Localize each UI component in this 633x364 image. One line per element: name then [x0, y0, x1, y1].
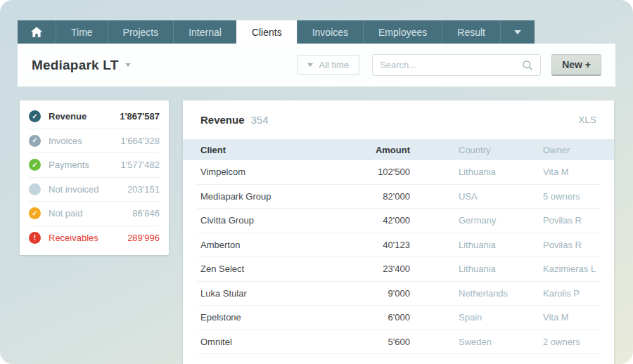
cell-owner: Povilas R	[543, 240, 596, 250]
metrics-sidebar: ✓ Revenue 1'867'587 ✓ Invoices 1'664'328…	[20, 100, 169, 255]
cell-amount: 42'000	[322, 215, 410, 226]
cell-country: Germany	[410, 215, 543, 226]
cell-country: Lithuania	[410, 264, 543, 274]
cell-amount: 23'400	[322, 264, 410, 274]
metric-revenue[interactable]: ✓ Revenue 1'867'587	[29, 105, 160, 129]
check-circle-icon: ✓	[29, 135, 41, 147]
cell-client: Zen Select	[200, 264, 322, 274]
tab-internal[interactable]: Internal	[173, 20, 236, 44]
metric-label: Payments	[49, 160, 89, 170]
tab-time[interactable]: Time	[56, 20, 108, 44]
metric-label: Receivables	[49, 233, 98, 243]
tab-label: Result	[457, 27, 485, 38]
exclamation-circle-icon: !	[29, 232, 41, 244]
revenue-panel: Revenue 354 XLS Client Amount Country Ow…	[183, 100, 614, 364]
metric-label: Revenue	[49, 111, 87, 122]
cell-owner: Karolis P	[543, 288, 596, 299]
tab-result[interactable]: Result	[442, 20, 500, 44]
tab-invoices[interactable]: Invoices	[297, 20, 363, 44]
cell-client: Epelstone	[200, 312, 322, 323]
company-name: Mediapark LT	[32, 58, 118, 73]
table-row[interactable]: Zen Select 23'400 Lithuania Kazimieras L	[197, 257, 600, 282]
metric-label: Not invoiced	[49, 184, 99, 195]
column-header-country[interactable]: Country	[410, 145, 543, 155]
cell-owner: Povilas R	[543, 215, 596, 226]
search-icon[interactable]	[522, 60, 533, 71]
tab-home[interactable]	[18, 20, 56, 44]
cell-country: Lithuania	[410, 240, 543, 250]
cell-owner: Vita M	[543, 167, 596, 177]
panel-title-row: Revenue 354 XLS	[183, 100, 614, 139]
cell-country: USA	[410, 191, 543, 202]
tab-more[interactable]	[500, 20, 535, 44]
check-circle-icon: ✓	[29, 110, 41, 122]
search-box	[372, 54, 541, 76]
cell-owner: Vita M	[543, 312, 596, 323]
tab-employees[interactable]: Employees	[363, 20, 442, 44]
table-row[interactable]: Omnitel 5'600 Sweden 2 owners	[197, 330, 600, 355]
panel-title: Revenue	[200, 114, 245, 126]
plain-circle-icon	[29, 183, 41, 195]
cell-amount: 9'000	[322, 288, 410, 299]
check-circle-icon: ✓	[29, 159, 41, 171]
new-button[interactable]: New +	[551, 54, 601, 76]
tab-clients[interactable]: Clients	[236, 20, 297, 44]
export-xls-link[interactable]: XLS	[579, 115, 596, 125]
header-actions: All time New +	[297, 54, 601, 76]
cell-client: Civitta Group	[200, 215, 322, 226]
cell-country: Lithuania	[410, 167, 543, 177]
cell-client: Amberton	[200, 240, 322, 250]
metric-value: 1'664'328	[120, 136, 160, 146]
tab-label: Invoices	[312, 27, 348, 38]
tab-label: Time	[71, 27, 93, 38]
cell-owner: 5 owners	[543, 191, 596, 202]
cell-country: Sweden	[410, 337, 543, 347]
metric-invoices[interactable]: ✓ Invoices 1'664'328	[29, 129, 160, 154]
cell-amount: 5'600	[322, 337, 410, 347]
metric-value: 203'151	[127, 184, 160, 195]
chevron-down-icon	[125, 63, 131, 67]
cell-country: Spain	[410, 312, 543, 323]
metric-not-paid[interactable]: ✓ Not paid 86'846	[29, 202, 160, 226]
chevron-down-icon	[514, 30, 521, 34]
company-selector[interactable]: Mediapark LT	[32, 58, 131, 73]
metric-receivables[interactable]: ! Receivables 289'996	[29, 226, 160, 251]
column-header-amount[interactable]: Amount	[322, 145, 410, 155]
cell-amount: 40'123	[322, 240, 410, 250]
cell-client: Omnitel	[200, 337, 322, 347]
metric-value: 1'867'587	[120, 111, 160, 122]
cell-amount: 6'000	[322, 312, 410, 323]
chevron-down-icon	[307, 63, 313, 67]
cell-client: Luka Stular	[200, 288, 322, 299]
column-header-owner[interactable]: Owner	[543, 145, 596, 155]
header-bar: Mediapark LT All time New +	[18, 44, 615, 87]
main-nav: Time Projects Internal Clients Invoices …	[18, 20, 535, 44]
metric-not-invoiced[interactable]: Not invoiced 203'151	[29, 178, 160, 202]
metric-payments[interactable]: ✓ Payments 1'577'482	[29, 153, 160, 178]
table-header: Client Amount Country Owner	[183, 139, 614, 160]
cell-amount: 82'000	[322, 191, 410, 202]
table-row-partial[interactable]	[197, 354, 600, 364]
cell-client: Mediapark Group	[200, 191, 322, 202]
cell-owner: 2 owners	[543, 337, 596, 347]
column-header-client[interactable]: Client	[200, 145, 322, 155]
cell-owner: Kazimieras L	[543, 264, 596, 274]
tab-label: Internal	[188, 27, 222, 38]
table-row[interactable]: Epelstone 6'000 Spain Vita M	[197, 306, 600, 330]
metric-value: 1'577'482	[120, 160, 160, 170]
table-row[interactable]: Amberton 40'123 Lithuania Povilas R	[197, 233, 600, 258]
table-row[interactable]: Mediapark Group 82'000 USA 5 owners	[197, 185, 600, 209]
time-filter-dropdown[interactable]: All time	[297, 55, 360, 75]
tab-projects[interactable]: Projects	[108, 20, 174, 44]
table-row[interactable]: Vimpelcom 102'500 Lithuania Vita M	[197, 160, 600, 185]
table-row[interactable]: Luka Stular 9'000 Netherlands Karolis P	[197, 282, 600, 306]
metric-value: 289'996	[127, 233, 160, 243]
time-filter-label: All time	[319, 60, 350, 70]
tab-label: Clients	[252, 27, 282, 38]
home-icon	[31, 27, 42, 37]
table-row[interactable]: Civitta Group 42'000 Germany Povilas R	[197, 209, 600, 233]
cell-country: Netherlands	[410, 288, 543, 299]
cell-client: Vimpelcom	[200, 167, 322, 177]
search-input[interactable]	[380, 60, 522, 70]
record-count: 354	[251, 114, 269, 126]
